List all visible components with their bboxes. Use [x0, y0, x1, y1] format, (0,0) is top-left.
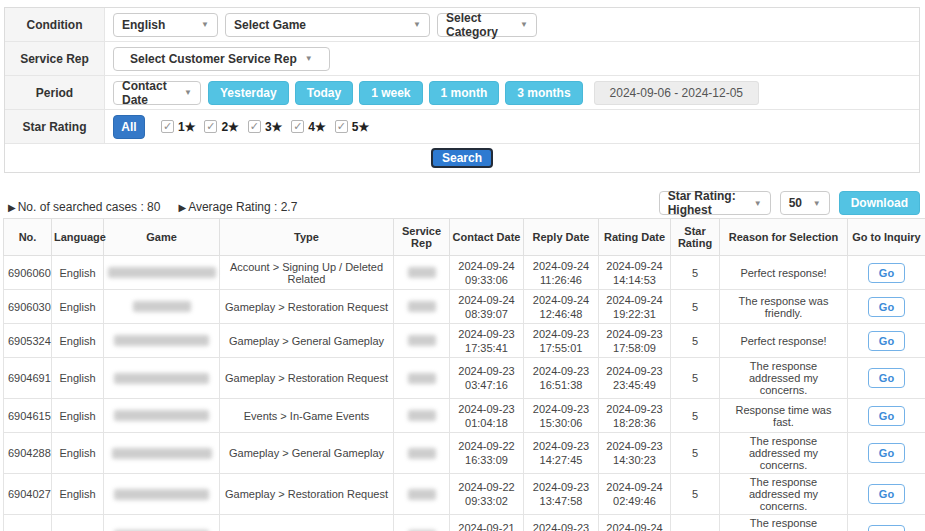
cell-go: Go: [848, 474, 925, 515]
cell-rating-time: 19:22:31: [603, 307, 666, 321]
period-button-1-month[interactable]: 1 month: [429, 81, 500, 105]
go-button[interactable]: Go: [868, 484, 905, 504]
table-row: 6905324EnglishGameplay > General Gamepla…: [4, 324, 925, 358]
cell-contact: 2024-09-2303:47:16: [450, 358, 524, 399]
service-rep-select[interactable]: Select Customer Service Rep ▼: [113, 47, 330, 71]
cell-reply-date: 2024-09-23: [528, 439, 594, 453]
cell-rating: 2024-09-2414:14:53: [599, 256, 671, 290]
period-type-select[interactable]: Contact Date ▼: [113, 81, 201, 105]
service-rep-select-value: Select Customer Service Rep: [130, 52, 297, 66]
go-button[interactable]: Go: [868, 331, 905, 351]
star-all-button[interactable]: All: [113, 115, 145, 139]
column-header: Language: [52, 219, 104, 256]
cell-go: Go: [848, 256, 925, 290]
cell-reply-time: 15:30:06: [528, 416, 594, 430]
cell-game: [104, 433, 220, 474]
language-select[interactable]: English ▼: [113, 13, 218, 37]
service-rep-label: Service Rep: [5, 42, 105, 75]
cell-rating: 2024-09-2318:28:36: [599, 399, 671, 433]
page-size-select[interactable]: 50 ▼: [780, 191, 830, 215]
category-select[interactable]: Select Category ▼: [437, 13, 537, 37]
cell-reason: Perfect response!: [720, 324, 848, 358]
cell-reason: The response addressed my concerns.: [720, 358, 848, 399]
cell-go: Go: [848, 399, 925, 433]
cell-rating-time: 14:14:53: [603, 273, 666, 287]
chevron-down-icon: ▼: [520, 20, 528, 29]
searched-cases-count: ▶No. of searched cases : 80: [8, 200, 160, 214]
sort-select[interactable]: Star Rating: Highest ▼: [659, 191, 771, 215]
cell-rating-date: 2024-09-23: [603, 364, 666, 378]
table-row: 6906060EnglishAccount > Signing Up / Del…: [4, 256, 925, 290]
go-button[interactable]: Go: [868, 525, 905, 531]
cell-reply: 2024-09-2411:26:46: [524, 256, 599, 290]
game-select[interactable]: Select Game ▼: [225, 13, 430, 37]
cell-go: Go: [848, 290, 925, 324]
redacted-service-rep: [408, 335, 436, 346]
redacted-service-rep: [408, 448, 436, 459]
cell-reply-date: 2024-09-23: [528, 327, 594, 341]
filter-panel: Condition English ▼ Select Game ▼ Select…: [4, 7, 920, 173]
search-button[interactable]: Search: [431, 148, 493, 168]
go-button[interactable]: Go: [868, 297, 905, 317]
chevron-down-icon: ▼: [754, 199, 762, 208]
column-header: Go to Inquiry: [848, 219, 925, 256]
service-rep-row: Service Rep Select Customer Service Rep …: [5, 42, 919, 76]
go-button[interactable]: Go: [868, 443, 905, 463]
cell-rating-date: 2024-09-24: [603, 521, 666, 531]
cell-reason: The response addressed my concerns.: [720, 433, 848, 474]
table-row: 6906030EnglishGameplay > Restoration Req…: [4, 290, 925, 324]
star-rating-row: Star Rating All ✓1★✓2★✓3★✓4★✓5★: [5, 110, 919, 144]
sort-select-value: Star Rating: Highest: [668, 189, 746, 217]
cell-rating: 2024-09-2419:22:31: [599, 290, 671, 324]
redacted-game-name: [108, 267, 216, 278]
period-button-today[interactable]: Today: [295, 81, 353, 105]
cell-service-rep: [394, 515, 450, 531]
cell-language: English: [52, 474, 104, 515]
condition-label: Condition: [5, 8, 105, 41]
chevron-down-icon: ▼: [184, 88, 192, 97]
page-size-select-value: 50: [789, 196, 802, 210]
column-header: Game: [104, 219, 220, 256]
download-button[interactable]: Download: [839, 191, 920, 215]
period-button-3-months[interactable]: 3 months: [505, 81, 582, 105]
cell-rating-date: 2024-09-23: [603, 327, 666, 341]
star-checkbox-1[interactable]: ✓1★: [161, 120, 195, 134]
cell-rating-time: 17:58:09: [603, 341, 666, 355]
star-checkbox-4[interactable]: ✓4★: [291, 120, 325, 134]
cell-star-rating: 5: [671, 433, 720, 474]
cell-type: Gameplay > Restoration Request: [220, 474, 394, 515]
star-checkbox-label: 2★: [221, 120, 238, 134]
cell-reason: The response addressed my concerns.: [720, 515, 848, 531]
cell-language: English: [52, 324, 104, 358]
period-button-yesterday[interactable]: Yesterday: [208, 81, 289, 105]
column-header: Star Rating: [671, 219, 720, 256]
cell-language: English: [52, 515, 104, 531]
period-button-1-week[interactable]: 1 week: [359, 81, 422, 105]
go-button[interactable]: Go: [868, 368, 905, 388]
cell-reason: The response addressed my concerns.: [720, 474, 848, 515]
cell-rating: 2024-09-2402:49:46: [599, 474, 671, 515]
cell-reply-date: 2024-09-24: [528, 293, 594, 307]
checkbox-checked-icon: ✓: [161, 120, 174, 133]
table-row: 6904691EnglishGameplay > Restoration Req…: [4, 358, 925, 399]
column-header: Type: [220, 219, 394, 256]
period-row: Period Contact Date ▼ YesterdayToday1 we…: [5, 76, 919, 110]
cell-contact-time: 09:33:06: [454, 273, 519, 287]
cell-star-rating: 5: [671, 474, 720, 515]
cell-reply-time: 11:26:46: [528, 273, 594, 287]
cell-contact-time: 09:33:02: [454, 494, 519, 508]
date-range-picker[interactable]: 2024-09-06 - 2024-12-05: [594, 81, 759, 105]
table-row: 6904027EnglishGameplay > Restoration Req…: [4, 474, 925, 515]
star-checkbox-2[interactable]: ✓2★: [204, 120, 238, 134]
cell-rating-date: 2024-09-24: [603, 293, 666, 307]
cell-type: Gameplay > Restoration Request: [220, 290, 394, 324]
go-button[interactable]: Go: [868, 263, 905, 283]
cell-rating: 2024-09-2314:30:23: [599, 433, 671, 474]
period-type-select-value: Contact Date: [122, 79, 176, 107]
cell-contact-date: 2024-09-23: [454, 327, 519, 341]
star-checkbox-5[interactable]: ✓5★: [335, 120, 369, 134]
go-button[interactable]: Go: [868, 406, 905, 426]
star-checkbox-3[interactable]: ✓3★: [248, 120, 282, 134]
cell-type: Account > Signing Up / Deleted Related: [220, 256, 394, 290]
cell-reply-date: 2024-09-23: [528, 480, 594, 494]
